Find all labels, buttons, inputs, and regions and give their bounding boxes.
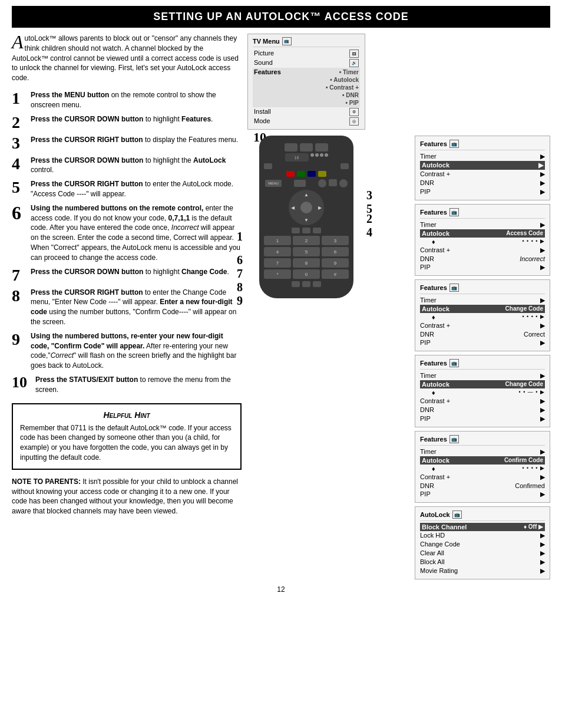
step-num-10: 10: [12, 375, 35, 390]
step-text-2: Press the CURSOR DOWN button to highligh…: [31, 114, 242, 124]
step-4: 4 Press the CURSOR DOWN button to highli…: [12, 156, 242, 176]
panel-6-row-clearall: Clear All▶: [420, 549, 545, 558]
panel-4-row-contrast: Contrast +▶: [420, 397, 545, 406]
panel-2-row-dnr: DNRIncorrect: [420, 255, 545, 263]
panel-2-row-contrast: Contrast +▶: [420, 246, 545, 255]
panel-5-row-contrast: Contrast +▶: [420, 473, 545, 482]
panel-6-icon: 📺: [452, 510, 462, 519]
num-4: 4: [264, 247, 291, 256]
remote-indicator-dots: [310, 153, 328, 162]
page-number: 12: [0, 585, 562, 594]
header-title: Setting Up an AutoLock™ Access Code: [153, 11, 408, 22]
btn-green: [297, 171, 305, 177]
steps-container: 1 Press the MENU button on the remote co…: [12, 90, 242, 395]
tv-icon: 📺: [282, 37, 292, 45]
panel-6-row-block: Block Channel ♦ Off ▶: [420, 523, 545, 531]
step-3: 3 Press the CURSOR RIGHT button to displ…: [12, 135, 242, 151]
panel-3-row-timer: Timer▶: [420, 296, 545, 305]
step-text-10: Press the STATUS/EXIT button to remove t…: [35, 375, 242, 395]
intro-text: A utoLock™ allows parents to block out o…: [12, 34, 242, 83]
step-6: 6 Using the numbered buttons on the remo…: [12, 203, 242, 263]
remote-display: 16: [285, 153, 309, 162]
step-7: 7 Press the CURSOR DOWN button to highli…: [12, 267, 242, 284]
step-text-7: Press the CURSOR DOWN button to highligh…: [31, 267, 242, 277]
nav-center: [300, 202, 312, 213]
tv-row-picture: Picture 🖼: [253, 49, 360, 58]
bottom-btn-2: [302, 281, 310, 287]
page-title: Setting Up an AutoLock™ Access Code: [12, 6, 550, 28]
note-text: NOTE TO PARENTS: It isn't possible for y…: [12, 477, 242, 516]
btn-yellow: [318, 171, 326, 177]
step-text-3: Press the CURSOR RIGHT button to display…: [31, 135, 242, 145]
panels-wrapper: Features 📺 Timer▶ Autolock▶ Contrast +▶ …: [415, 136, 550, 579]
intro-body: utoLock™ allows parents to block out or …: [12, 34, 239, 82]
nav-down: ▼: [304, 218, 309, 223]
panel-1-row-pip: PIP▶: [420, 187, 545, 196]
remote-bottom-btns: [264, 281, 349, 287]
vol-up: [318, 179, 326, 187]
right-column: TV Menu 📺 Picture 🖼 Sound 🔊 Features • T…: [247, 34, 550, 579]
step-num-8: 8: [12, 288, 31, 304]
step-num-3: 3: [12, 135, 31, 151]
tv-menu-box: TV Menu 📺 Picture 🖼 Sound 🔊 Features • T…: [247, 34, 365, 130]
dot3: [320, 153, 323, 157]
page-num-value: 12: [277, 585, 285, 594]
remote-numpad: 1 2 3 4 5 6 7 8 9 * 0 #: [264, 236, 349, 279]
panel-features-3: Features 📺 Timer▶ Autolock Change Code ♦…: [415, 279, 550, 351]
num-hash: #: [322, 269, 349, 279]
extra-btn-1: [292, 228, 300, 233]
remote-step-1: 1: [237, 230, 243, 243]
remote-body: 16: [259, 136, 353, 298]
panel-1-row-timer: Timer▶: [420, 152, 545, 161]
btn-blue: [308, 171, 316, 177]
panel-4-row-autolock: Autolock Change Code: [420, 380, 545, 388]
tv-menu-area: TV Menu 📺 Picture 🖼 Sound 🔊 Features • T…: [247, 34, 550, 133]
panel-4-row-timer: Timer▶: [420, 371, 545, 380]
panel-5-row-pip: PIP▶: [420, 490, 545, 499]
remote-wrapper: 10 16: [247, 136, 365, 298]
panel-features-5: Features 📺 Timer▶ Autolock Confirm Code …: [415, 431, 550, 503]
remote-menu-row: MENU: [265, 179, 348, 187]
hint-box: Helpful Hint Remember that 0711 is the d…: [12, 403, 242, 470]
panel-3-row-pip: PIP▶: [420, 338, 545, 347]
picture-icon: 🖼: [349, 50, 359, 58]
sound-icon: 🔊: [349, 59, 359, 67]
tv-menu-title: TV Menu 📺: [253, 37, 360, 47]
remote-step-24: 24: [366, 212, 372, 239]
step-text-6: Using the numbered buttons on the remote…: [31, 203, 242, 263]
panel-1-row-dnr: DNR▶: [420, 179, 545, 187]
step-num-5: 5: [12, 179, 31, 196]
panel-6-row-movierating: Movie Rating▶: [420, 566, 545, 575]
panel-1-title: Features 📺: [420, 140, 545, 150]
num-5: 5: [293, 247, 320, 256]
remote-nav: ▲ ▼ ◀ ▶: [289, 190, 324, 225]
panel-5-row-timer: Timer▶: [420, 447, 545, 456]
step-text-4: Press the CURSOR DOWN button to highligh…: [31, 156, 242, 176]
panel-2-row-timer: Timer▶: [420, 220, 545, 229]
panel-3-row-dnr: DNRCorrect: [420, 330, 545, 338]
panel-3-title: Features 📺: [420, 284, 545, 294]
panel-5-title: Features 📺: [420, 435, 545, 446]
step-num-9: 9: [12, 331, 31, 348]
panel-2-row-code: ♦ • • • • ▶: [420, 238, 545, 246]
panel-6-row-changecode: Change Code▶: [420, 540, 545, 549]
step-num-6: 6: [12, 203, 31, 222]
num-8: 8: [293, 258, 320, 268]
step-2: 2 Press the CURSOR DOWN button to highli…: [12, 114, 242, 131]
panel-features-4: Features 📺 Timer▶ Autolock Change Code ♦…: [415, 355, 550, 427]
step-text-8: Press the CURSOR RIGHT button to enter t…: [31, 288, 242, 327]
btn-red: [286, 171, 295, 177]
main-content: A utoLock™ allows parents to block out o…: [0, 34, 562, 579]
num-7: 7: [264, 258, 291, 268]
panel-features-1: Features 📺 Timer▶ Autolock▶ Contrast +▶ …: [415, 136, 550, 200]
remote-color-btns: [264, 171, 349, 177]
mute-btn: [329, 179, 337, 186]
panel-5-icon: 📺: [449, 435, 459, 443]
step-num-7: 7: [12, 267, 31, 284]
panel-4-icon: 📺: [449, 359, 459, 367]
panel-3-row-autolock: Autolock Change Code: [420, 305, 545, 313]
vol-down: [339, 179, 348, 187]
panel-4-row-dnr: DNR▶: [420, 406, 545, 414]
step-10: 10 Press the STATUS/EXIT button to remov…: [12, 375, 242, 395]
num-6: 6: [322, 247, 349, 256]
